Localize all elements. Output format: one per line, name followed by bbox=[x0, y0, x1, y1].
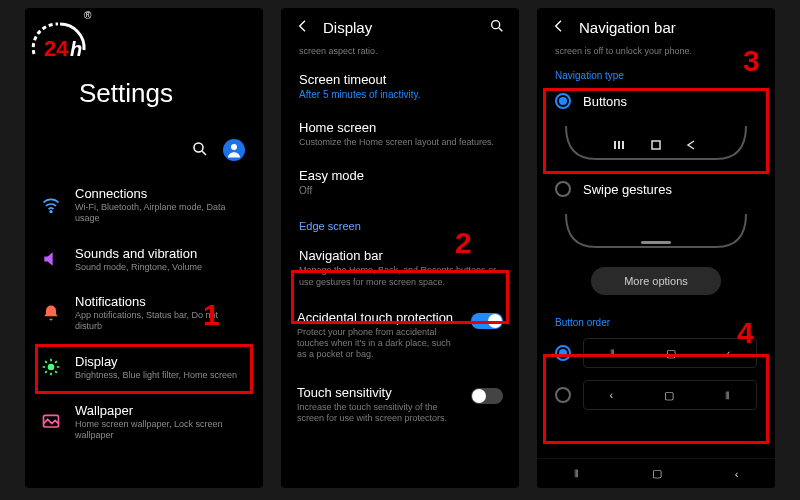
screenshot-navigation-bar: Navigation bar screen is off to unlock y… bbox=[537, 8, 775, 488]
back-nav-icon: ‹ bbox=[727, 347, 731, 359]
settings-list: ConnectionsWi-Fi, Bluetooth, Airplane mo… bbox=[25, 175, 263, 451]
more-options-button[interactable]: More options bbox=[591, 267, 721, 295]
row-title: Easy mode bbox=[299, 168, 501, 183]
svg-point-7 bbox=[492, 21, 500, 29]
preview-swipe bbox=[555, 209, 757, 253]
svg-rect-8 bbox=[614, 141, 616, 149]
button-order-option-1[interactable]: ⦀ ▢ ‹ bbox=[537, 332, 775, 374]
settings-item-notifications[interactable]: NotificationsApp notifications, Status b… bbox=[25, 283, 263, 343]
row-sub: Manage the Home, Back, and Recents butto… bbox=[299, 265, 501, 288]
search-icon[interactable] bbox=[489, 18, 505, 36]
screenshot-display: Display screen aspect ratio. Screen time… bbox=[281, 8, 519, 488]
row-title: Home screen bbox=[299, 120, 501, 135]
home-icon: ▢ bbox=[666, 347, 676, 360]
row-touch-sensitivity[interactable]: Touch sensitivity Increase the touch sen… bbox=[281, 373, 519, 437]
svg-rect-10 bbox=[622, 141, 624, 149]
item-sub: Home screen wallpaper, Lock screen wallp… bbox=[75, 419, 247, 441]
item-title: Connections bbox=[75, 186, 247, 201]
recents-icon[interactable]: ⦀ bbox=[574, 467, 579, 480]
system-nav-bar: ⦀ ▢ ‹ bbox=[537, 458, 775, 488]
recents-icon: ⦀ bbox=[610, 347, 615, 360]
wifi-icon bbox=[41, 195, 61, 215]
page-title: Settings bbox=[79, 78, 243, 109]
page-title: Navigation bar bbox=[579, 19, 761, 36]
row-home-screen[interactable]: Home screen Customize the Home screen la… bbox=[281, 110, 519, 158]
radio-unselected-icon bbox=[555, 387, 571, 403]
item-sub: App notifications, Status bar, Do not di… bbox=[75, 310, 247, 332]
svg-rect-9 bbox=[618, 141, 620, 149]
screenshot-settings: Settings ConnectionsWi-Fi, Bluetooth, Ai… bbox=[25, 8, 263, 488]
radio-selected-icon bbox=[555, 93, 571, 109]
row-navigation-bar[interactable]: Navigation bar Manage the Home, Back, an… bbox=[281, 238, 519, 298]
section-edge: Edge screen bbox=[281, 206, 519, 238]
option-swipe[interactable]: Swipe gestures bbox=[537, 173, 775, 205]
radio-unselected-icon bbox=[555, 181, 571, 197]
account-avatar[interactable] bbox=[223, 139, 245, 161]
row-sub: Increase the touch sensitivity of the sc… bbox=[297, 402, 461, 425]
truncated-hint: screen aspect ratio. bbox=[281, 46, 519, 62]
item-sub: Wi-Fi, Bluetooth, Airplane mode, Data us… bbox=[75, 202, 247, 224]
back-icon[interactable] bbox=[295, 18, 311, 36]
row-title: Screen timeout bbox=[299, 72, 501, 87]
item-sub: Sound mode, Ringtone, Volume bbox=[75, 262, 247, 273]
item-title: Sounds and vibration bbox=[75, 246, 247, 261]
preview-buttons bbox=[555, 121, 757, 165]
item-title: Notifications bbox=[75, 294, 247, 309]
option-buttons[interactable]: Buttons bbox=[537, 85, 775, 117]
svg-point-4 bbox=[50, 211, 52, 213]
truncated-hint: screen is off to unlock your phone. bbox=[537, 46, 775, 62]
display-icon bbox=[41, 357, 61, 377]
item-title: Display bbox=[75, 354, 247, 369]
item-sub: Brightness, Blue light filter, Home scre… bbox=[75, 370, 247, 381]
sound-icon bbox=[41, 249, 61, 269]
svg-point-5 bbox=[48, 364, 55, 371]
row-title: Accidental touch protection bbox=[297, 310, 461, 325]
row-sub: Customize the Home screen layout and fea… bbox=[299, 137, 501, 148]
bell-icon bbox=[41, 303, 61, 323]
home-icon: ▢ bbox=[664, 389, 674, 402]
settings-item-connections[interactable]: ConnectionsWi-Fi, Bluetooth, Airplane mo… bbox=[25, 175, 263, 235]
row-easy-mode[interactable]: Easy mode Off bbox=[281, 158, 519, 206]
toggle-accidental[interactable] bbox=[471, 313, 503, 329]
option-label: Swipe gestures bbox=[583, 182, 672, 197]
section-nav-type: Navigation type bbox=[537, 62, 775, 85]
wallpaper-icon bbox=[41, 412, 61, 432]
row-screen-timeout[interactable]: Screen timeout After 5 minutes of inacti… bbox=[281, 62, 519, 110]
row-title: Touch sensitivity bbox=[297, 385, 461, 400]
svg-point-3 bbox=[231, 144, 237, 150]
row-sub: Protect your phone from accidental touch… bbox=[297, 327, 461, 361]
button-order-option-2[interactable]: ‹ ▢ ⦀ bbox=[537, 374, 775, 416]
row-title: Navigation bar bbox=[299, 248, 501, 263]
svg-rect-12 bbox=[641, 241, 671, 244]
radio-selected-icon bbox=[555, 345, 571, 361]
recents-icon: ⦀ bbox=[725, 389, 730, 402]
home-icon[interactable]: ▢ bbox=[652, 467, 662, 480]
row-accidental-touch[interactable]: Accidental touch protection Protect your… bbox=[281, 298, 519, 373]
option-label: Buttons bbox=[583, 94, 627, 109]
back-nav-icon[interactable]: ‹ bbox=[735, 468, 739, 480]
back-icon[interactable] bbox=[551, 18, 567, 36]
settings-item-display[interactable]: DisplayBrightness, Blue light filter, Ho… bbox=[25, 343, 263, 392]
back-nav-icon: ‹ bbox=[610, 389, 614, 401]
settings-item-sounds[interactable]: Sounds and vibrationSound mode, Ringtone… bbox=[25, 235, 263, 284]
svg-rect-11 bbox=[652, 141, 660, 149]
search-icon[interactable] bbox=[191, 140, 209, 160]
page-title: Display bbox=[323, 19, 477, 36]
toggle-sensitivity[interactable] bbox=[471, 388, 503, 404]
row-value: After 5 minutes of inactivity. bbox=[299, 89, 501, 100]
section-button-order: Button order bbox=[537, 309, 775, 332]
item-title: Wallpaper bbox=[75, 403, 247, 418]
settings-item-wallpaper[interactable]: WallpaperHome screen wallpaper, Lock scr… bbox=[25, 392, 263, 452]
row-value: Off bbox=[299, 185, 501, 196]
svg-point-2 bbox=[194, 143, 203, 152]
